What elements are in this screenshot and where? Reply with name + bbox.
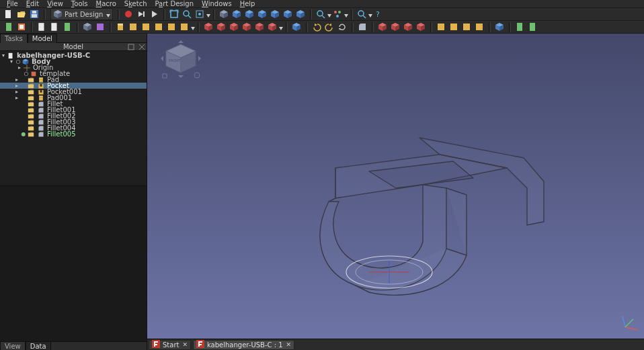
workbench-selector[interactable]: Part Design bbox=[50, 8, 113, 20]
pd-mapsketch-button[interactable] bbox=[48, 21, 61, 33]
tree-row-pocket001[interactable]: ▸Pocket001 bbox=[0, 89, 147, 95]
pd-clone-button[interactable] bbox=[94, 21, 106, 33]
doc-tab-model[interactable]: kabelhanger-USB-C : 1 ✕ bbox=[193, 340, 294, 350]
pd-multipattern-button[interactable] bbox=[402, 21, 414, 33]
pd-subprim-button[interactable] bbox=[266, 21, 278, 33]
pd-pocket-button[interactable] bbox=[202, 21, 214, 33]
menu-view[interactable]: View bbox=[43, 0, 67, 8]
pd-misc2-button[interactable] bbox=[514, 21, 526, 33]
chevron-down-icon[interactable] bbox=[206, 12, 210, 16]
pd-validatesketch-button[interactable] bbox=[61, 21, 73, 33]
pd-sweep-button[interactable] bbox=[153, 21, 165, 33]
close-icon[interactable]: ✕ bbox=[286, 341, 292, 348]
expand-icon[interactable]: ▸ bbox=[13, 77, 20, 83]
panel-close-icon[interactable] bbox=[138, 44, 145, 50]
3d-viewport[interactable]: FRONT Start ✕ kabelhang bbox=[147, 34, 644, 350]
tree-row-origin[interactable]: ▸ Origin bbox=[0, 64, 147, 71]
pd-misc3-button[interactable] bbox=[526, 21, 538, 33]
pd-measure4-button[interactable] bbox=[473, 21, 485, 33]
menu-partdesign[interactable]: Part Design bbox=[151, 0, 198, 8]
view-rear-button[interactable] bbox=[269, 8, 281, 20]
refresh-button[interactable] bbox=[336, 21, 348, 33]
pd-sketch-button[interactable] bbox=[15, 21, 28, 33]
pd-additive-button[interactable] bbox=[165, 21, 177, 33]
pd-polarpattern-button[interactable] bbox=[389, 21, 401, 33]
pd-misc1-button[interactable] bbox=[493, 21, 506, 33]
whatsthis-button[interactable]: ? bbox=[372, 8, 385, 20]
chevron-down-icon[interactable] bbox=[191, 25, 195, 29]
pd-fillet-button[interactable] bbox=[356, 21, 368, 33]
part-appearance-button[interactable] bbox=[331, 8, 344, 20]
tab-data[interactable]: Data bbox=[26, 341, 51, 350]
redo-button[interactable] bbox=[323, 21, 335, 33]
navigation-cube[interactable]: FRONT bbox=[159, 40, 202, 82]
tree-row-pad001[interactable]: ▸Pad001 bbox=[0, 95, 147, 101]
pd-subsweep-button[interactable] bbox=[253, 21, 266, 33]
pd-measure1-button[interactable] bbox=[435, 21, 447, 33]
view-iso-button[interactable] bbox=[218, 8, 230, 20]
undo-button[interactable] bbox=[311, 21, 323, 33]
view-top-button[interactable] bbox=[243, 8, 255, 20]
measure-button[interactable] bbox=[315, 8, 327, 20]
menu-sketch[interactable]: Sketch bbox=[120, 0, 151, 8]
expand-icon[interactable]: ▸ bbox=[16, 64, 23, 71]
menu-tools[interactable]: Tools bbox=[67, 0, 92, 8]
new-doc-button[interactable] bbox=[3, 8, 15, 20]
menu-macro[interactable]: Macro bbox=[92, 0, 120, 8]
view-left-button[interactable] bbox=[294, 8, 307, 20]
view-bottom-button[interactable] bbox=[282, 8, 294, 20]
pd-mirror-button[interactable] bbox=[290, 21, 303, 33]
pd-datum-button[interactable] bbox=[81, 21, 93, 33]
menu-help[interactable]: Help bbox=[236, 0, 259, 8]
pd-addprim-button[interactable] bbox=[178, 21, 190, 33]
pd-editsketch-button[interactable] bbox=[36, 21, 48, 33]
expand-icon[interactable]: ▸ bbox=[13, 95, 20, 101]
pd-measure2-button[interactable] bbox=[448, 21, 460, 33]
tab-view[interactable]: View bbox=[0, 341, 26, 350]
visibility-icon[interactable]: ● bbox=[20, 131, 27, 137]
expand-icon[interactable]: ▾ bbox=[0, 52, 7, 58]
chevron-down-icon[interactable] bbox=[344, 12, 348, 16]
menu-windows[interactable]: Windows bbox=[198, 0, 236, 8]
fit-selection-button[interactable] bbox=[181, 8, 193, 20]
tree-row-pad[interactable]: ▸Pad bbox=[0, 77, 147, 83]
pd-groove-button[interactable] bbox=[228, 21, 240, 33]
pd-revolve-button[interactable] bbox=[127, 21, 139, 33]
menu-edit[interactable]: Edit bbox=[22, 0, 43, 8]
expand-icon[interactable]: ▾ bbox=[8, 58, 15, 64]
expand-icon[interactable]: ▸ bbox=[13, 83, 20, 89]
pd-linpattern-button[interactable] bbox=[376, 21, 389, 33]
pd-pad-button[interactable] bbox=[114, 21, 126, 33]
tree-row-fillet005[interactable]: ●Fillet005 bbox=[0, 131, 147, 137]
open-doc-button[interactable] bbox=[15, 8, 28, 20]
tree-row-template[interactable]: ○ template bbox=[0, 71, 147, 77]
panel-float-icon[interactable] bbox=[128, 44, 134, 50]
fit-all-button[interactable] bbox=[168, 8, 180, 20]
tab-model[interactable]: Model bbox=[28, 34, 57, 43]
pd-boolean-button[interactable] bbox=[415, 21, 427, 33]
svg-text:?: ? bbox=[376, 10, 380, 19]
pd-newdoc-button[interactable] bbox=[3, 21, 15, 33]
model-tree[interactable]: ▾ kabelhanger-USB-C ▾ ○ Body ▸ Origin ○ … bbox=[0, 51, 147, 185]
visibility-icon[interactable]: ○ bbox=[15, 58, 22, 64]
pd-hole-button[interactable] bbox=[215, 21, 227, 33]
pd-loft-button[interactable] bbox=[140, 21, 152, 33]
tree-row-body[interactable]: ▾ ○ Body bbox=[0, 58, 147, 64]
macro-play-button[interactable] bbox=[148, 8, 160, 20]
close-icon[interactable]: ✕ bbox=[182, 341, 188, 348]
menu-file[interactable]: File bbox=[3, 0, 22, 8]
menu-bar: File Edit View Tools Macro Sketch Part D… bbox=[0, 0, 644, 8]
chevron-down-icon[interactable] bbox=[279, 25, 283, 29]
view-right-button[interactable] bbox=[256, 8, 268, 20]
tab-tasks[interactable]: Tasks bbox=[0, 34, 28, 43]
pd-measure3-button[interactable] bbox=[460, 21, 473, 33]
zoom-button[interactable] bbox=[356, 8, 368, 20]
save-doc-button[interactable] bbox=[28, 8, 40, 20]
expand-icon[interactable]: ▸ bbox=[13, 89, 20, 95]
macro-step-button[interactable] bbox=[135, 8, 147, 20]
macro-record-button[interactable] bbox=[122, 8, 134, 20]
draw-style-button[interactable] bbox=[194, 8, 206, 20]
pd-subloft-button[interactable] bbox=[241, 21, 253, 33]
doc-tab-start[interactable]: Start ✕ bbox=[149, 340, 191, 350]
view-front-button[interactable] bbox=[231, 8, 243, 20]
